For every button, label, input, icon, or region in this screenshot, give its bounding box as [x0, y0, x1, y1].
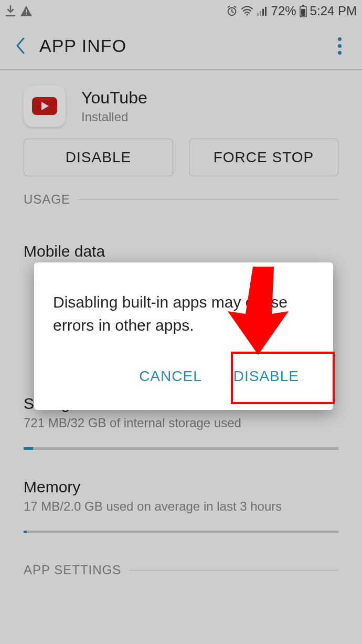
dialog-disable-button[interactable]: DISABLE [218, 356, 328, 396]
dialog-cancel-button[interactable]: CANCEL [123, 356, 218, 396]
dialog-message-line1: Disabling built-in apps may cause [53, 293, 288, 311]
dialog-message-line2: errors in other apps. [53, 316, 194, 334]
disable-confirm-dialog: Disabling built-in apps may cause errors… [34, 262, 333, 410]
dialog-message: Disabling built-in apps may cause errors… [34, 278, 333, 346]
